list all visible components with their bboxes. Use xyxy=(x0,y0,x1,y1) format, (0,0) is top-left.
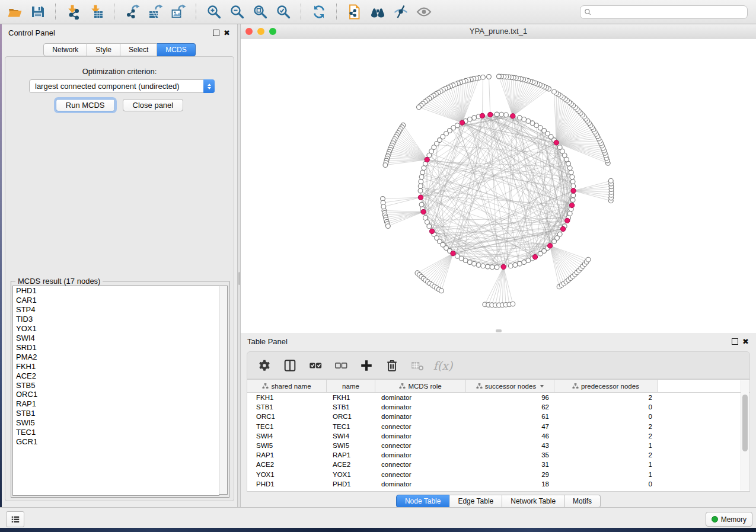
mcds-result-item[interactable]: TID3 xyxy=(13,315,219,324)
mcds-result-item[interactable]: SWI5 xyxy=(13,418,219,428)
mcds-result-item[interactable]: STP4 xyxy=(13,305,219,315)
float-table-panel-icon[interactable] xyxy=(732,338,738,345)
column-header-predecessor-nodes[interactable]: predecessor nodes xyxy=(554,380,658,392)
splitter-grip[interactable] xyxy=(238,272,240,285)
tab-mcds[interactable]: MCDS xyxy=(157,43,195,56)
tab-style[interactable]: Style xyxy=(87,43,120,56)
table-tabs: Node TableEdge TableNetwork TableMotifs xyxy=(241,495,756,508)
mcds-result-item[interactable]: TEC1 xyxy=(13,428,219,437)
cell-mcds_role: connector xyxy=(381,470,412,479)
network-window-titlebar[interactable]: YPA_prune.txt_1 xyxy=(241,24,756,39)
sort-chevron-icon[interactable] xyxy=(540,385,544,387)
table-vscroll-thumb[interactable] xyxy=(742,395,748,451)
float-panel-icon[interactable] xyxy=(213,30,219,36)
task-history-button[interactable] xyxy=(6,511,24,527)
mcds-result-list[interactable]: PHD1CAR1STP4TID3YOX1SWI4SRD1PMA2FKH1ACE2… xyxy=(12,286,219,496)
cell-shared_name: PHD1 xyxy=(256,479,275,489)
list-icon xyxy=(11,515,20,524)
gear-icon[interactable] xyxy=(257,358,272,373)
optimization-criterion-select[interactable]: largest connected component (undirected) xyxy=(29,79,215,93)
add-icon[interactable] xyxy=(359,358,374,373)
import-network-icon[interactable] xyxy=(65,3,82,21)
zoom-out-icon[interactable] xyxy=(228,3,246,21)
close-panel-icon[interactable]: ✖ xyxy=(224,29,230,37)
save-session-icon[interactable] xyxy=(29,3,47,21)
table-row-STB1[interactable]: STB1STB1dominator620 xyxy=(247,402,749,412)
mcds-result-item[interactable]: SRD1 xyxy=(13,343,219,352)
column-header-MCDS-role[interactable]: MCDS role xyxy=(375,380,466,392)
network-graph[interactable] xyxy=(241,39,756,333)
cell-name: SWI5 xyxy=(333,441,349,450)
mcds-result-item[interactable]: YOX1 xyxy=(13,324,219,334)
table-body: FKH1FKH1dominator962STB1STB1dominator620… xyxy=(247,393,749,489)
hide-graphics-details-icon[interactable] xyxy=(392,3,410,21)
table-row-PHD1[interactable]: PHD1PHD1dominator180 xyxy=(247,479,749,489)
close-table-panel-icon[interactable]: ✖ xyxy=(742,338,749,345)
network-from-document-icon[interactable] xyxy=(346,3,363,21)
column-header-successor-nodes[interactable]: successor nodes xyxy=(466,380,554,392)
search-field[interactable] xyxy=(580,5,748,19)
table-row-ACE2[interactable]: ACE2ACE2connector311 xyxy=(247,460,749,469)
open-file-icon[interactable] xyxy=(6,3,24,21)
network-canvas[interactable] xyxy=(241,39,756,333)
close-panel-button[interactable]: Close panel xyxy=(123,99,184,111)
table-row-RAP1[interactable]: RAP1RAP1dominator352 xyxy=(247,450,749,460)
binoculars-icon[interactable] xyxy=(369,3,387,21)
mcds-result-item[interactable]: PMA2 xyxy=(13,352,219,362)
status-bar: Memory xyxy=(0,507,756,528)
cell-successor_nodes: 96 xyxy=(466,393,549,402)
table-vscrollbar[interactable] xyxy=(741,380,749,491)
table-row-ORC1[interactable]: ORC1ORC1dominator610 xyxy=(247,412,749,421)
zoom-fit-icon[interactable] xyxy=(251,3,269,21)
cell-name: ORC1 xyxy=(333,412,352,421)
table-row-YOX1[interactable]: YOX1YOX1connector291 xyxy=(247,470,749,479)
mcds-result-item[interactable]: ACE2 xyxy=(13,371,219,381)
cell-successor_nodes: 62 xyxy=(466,402,549,412)
delete-icon[interactable] xyxy=(384,358,400,373)
fx-label: f(x) xyxy=(433,359,453,372)
mcds-result-item[interactable]: ORC1 xyxy=(13,390,219,399)
table-row-FKH1[interactable]: FKH1FKH1dominator962 xyxy=(247,393,749,402)
mcds-result-item[interactable]: STB1 xyxy=(13,409,219,418)
show-graphics-details-icon[interactable] xyxy=(415,3,433,21)
table-row-TEC1[interactable]: TEC1TEC1connector472 xyxy=(247,422,749,431)
export-network-icon[interactable] xyxy=(123,3,141,21)
tab-network[interactable]: Network xyxy=(43,43,87,56)
toolbar-separator xyxy=(114,4,115,20)
mcds-result-item[interactable]: FKH1 xyxy=(13,362,219,371)
cell-shared_name: SWI5 xyxy=(256,441,273,450)
zoom-in-icon[interactable] xyxy=(205,3,223,21)
mcds-result-item[interactable]: SWI4 xyxy=(13,334,219,343)
table-toolbar: f(x) xyxy=(247,351,750,379)
columns-icon[interactable] xyxy=(282,358,298,373)
refresh-icon[interactable] xyxy=(310,3,328,21)
cell-successor_nodes: 61 xyxy=(466,412,549,421)
network-hscroll-thumb[interactable] xyxy=(496,329,502,332)
zoom-selected-icon[interactable] xyxy=(275,3,292,21)
mcds-result-item[interactable]: GCR1 xyxy=(13,437,219,447)
deselect-all-icon[interactable] xyxy=(333,358,349,373)
tab-network-table[interactable]: Network Table xyxy=(502,495,564,508)
column-header-shared-name[interactable]: shared name xyxy=(247,380,327,392)
column-header-name[interactable]: name xyxy=(327,380,375,392)
tab-edge-table[interactable]: Edge Table xyxy=(449,495,502,508)
mcds-result-scrollbar[interactable] xyxy=(219,286,228,495)
tab-select[interactable]: Select xyxy=(120,43,157,56)
cell-predecessor_nodes: 0 xyxy=(554,479,652,489)
mcds-result-item[interactable]: CAR1 xyxy=(13,296,219,305)
mcds-result-item[interactable]: STB5 xyxy=(13,381,219,390)
search-input[interactable] xyxy=(595,7,744,17)
run-mcds-button[interactable]: Run MCDS xyxy=(56,99,115,111)
mcds-result-item[interactable]: RAP1 xyxy=(13,399,219,409)
select-all-icon[interactable] xyxy=(308,358,323,373)
table-row-SWI5[interactable]: SWI5SWI5connector431 xyxy=(247,441,749,450)
export-table-icon[interactable] xyxy=(146,3,164,21)
tab-motifs[interactable]: Motifs xyxy=(564,495,601,508)
memory-button[interactable]: Memory xyxy=(706,512,752,527)
memory-status-icon xyxy=(712,516,718,523)
mcds-result-item[interactable]: PHD1 xyxy=(13,286,219,296)
export-image-icon[interactable] xyxy=(170,3,187,21)
table-row-SWI4[interactable]: SWI4SWI4dominator462 xyxy=(247,431,749,441)
tab-node-table[interactable]: Node Table xyxy=(396,495,450,508)
import-table-icon[interactable] xyxy=(88,3,106,21)
